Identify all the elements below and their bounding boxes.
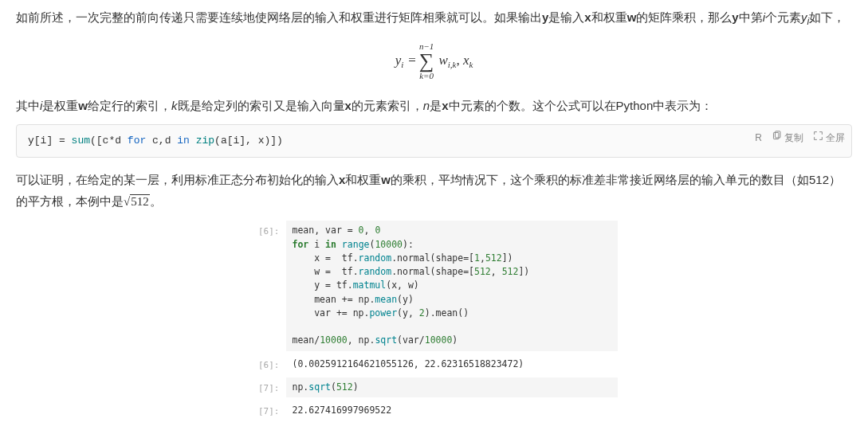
jupyter-output: (0.0025912164621055126, 22.6231651882347… xyxy=(286,354,618,374)
copy-button[interactable]: 复制 xyxy=(772,130,803,147)
jupyter-output-cell: [7]: 22.627416997969522 xyxy=(251,401,618,420)
code-block: R 复制 全屏 y[i] = sum([c*d for c,d in zip(a… xyxy=(16,124,852,158)
jupyter-code: np.sqrt(512) xyxy=(286,377,618,397)
text: 是 xyxy=(430,99,442,112)
text: 和权重 xyxy=(345,173,381,186)
text: 是权重 xyxy=(42,99,78,112)
jupyter-prompt: [6]: xyxy=(251,221,286,240)
paragraph-1: 如前所述，一次完整的前向传递只需要连续地使网络层的输入和权重进行矩阵相乘就可以。… xyxy=(16,6,852,31)
text: 个元素 xyxy=(765,10,801,24)
text: 可以证明，在给定的某一层，利用标准正态分布初始化的输入 xyxy=(16,173,339,186)
paragraph-3: 可以证明，在给定的某一层，利用标准正态分布初始化的输入x和权重w的乘积，平均情况… xyxy=(16,169,852,213)
jupyter-prompt: [6]: xyxy=(251,354,286,373)
paragraph-2: 其中i是权重w给定行的索引，k既是给定列的索引又是输入向量x的元素索引，n是x中… xyxy=(16,95,852,116)
fullscreen-icon xyxy=(813,130,823,147)
copy-icon xyxy=(772,130,782,147)
bold-w: w xyxy=(627,10,637,24)
jupyter-prompt: [7]: xyxy=(251,401,286,420)
bold-y: y xyxy=(732,10,738,24)
text: 中第 xyxy=(739,10,763,24)
italic-k: k xyxy=(171,99,178,112)
text: 既是给定列的索引又是输入向量 xyxy=(178,99,345,112)
text: 中元素的个数。这个公式可以在Python中表示为： xyxy=(449,99,713,112)
text: 如前所述，一次完整的前向传递只需要连续地使网络层的输入和权重进行矩阵相乘就可以。… xyxy=(16,10,542,24)
text: 给定行的索引， xyxy=(88,99,171,112)
jupyter-input-cell: [7]: np.sqrt(512) xyxy=(251,377,618,397)
text: 是输入 xyxy=(548,10,584,24)
fullscreen-button[interactable]: 全屏 xyxy=(813,130,845,147)
text: 如下， xyxy=(809,10,845,24)
text: 其中 xyxy=(16,99,40,112)
sqrt-expression: √512 xyxy=(124,194,150,208)
jupyter-code: mean, var = 0, 0 for i in range(10000): … xyxy=(286,221,618,350)
jupyter-output: 22.627416997969522 xyxy=(286,401,618,420)
text: 的矩阵乘积，那么 xyxy=(636,10,732,24)
italic-n: n xyxy=(423,99,430,112)
bold-x: x xyxy=(345,99,352,112)
code-content: y[i] = sum([c*d for c,d in zip(a[i], x)]… xyxy=(17,125,851,158)
display-equation: yi = n−1 ∑ k=0 wi,k, xk xyxy=(16,42,852,80)
inline-math: yi xyxy=(801,10,809,24)
text: 的元素索引， xyxy=(352,99,423,112)
code-toolbar: R 复制 全屏 xyxy=(755,130,845,147)
text: 和权重 xyxy=(591,10,627,24)
jupyter-prompt: [7]: xyxy=(251,377,286,397)
jupyter-output-cell: [6]: (0.0025912164621055126, 22.62316518… xyxy=(251,354,618,374)
bold-x: x xyxy=(442,99,448,112)
bold-w: w xyxy=(381,173,391,186)
text: 。 xyxy=(150,194,162,208)
language-label: R xyxy=(755,130,762,147)
jupyter-block: [6]: mean, var = 0, 0 for i in range(100… xyxy=(251,221,618,420)
bold-w: w xyxy=(78,99,88,112)
bold-x: x xyxy=(584,10,591,24)
jupyter-input-cell: [6]: mean, var = 0, 0 for i in range(100… xyxy=(251,221,618,350)
